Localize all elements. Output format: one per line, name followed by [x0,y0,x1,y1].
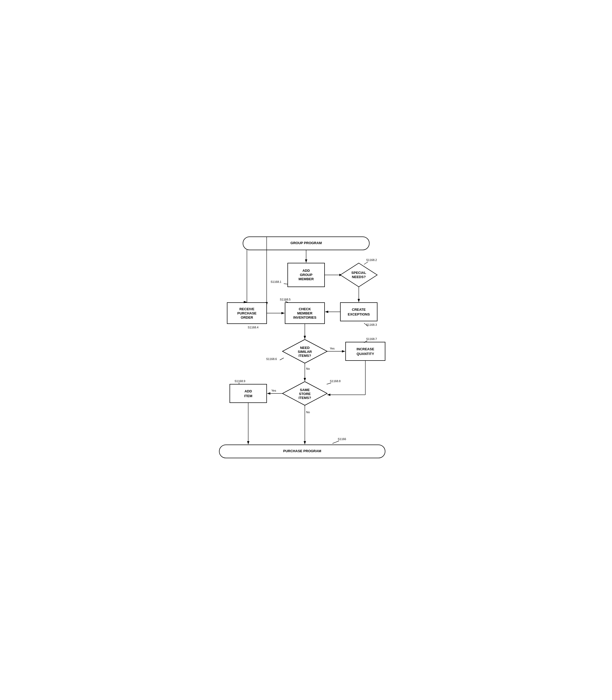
cmi-label1: CHECK [298,307,311,311]
s1168-4-label: S1168.4 [248,326,259,329]
nsi-label1: NEED [300,346,309,350]
flowchart-diagram: GROUP PROGRAM ADD GROUP MEMBER SPECIAL N… [204,232,409,468]
s1168-6-label: S1168.6 [266,357,277,360]
increase-quantity-node [346,342,385,360]
s1168-8-label: S1168.8 [330,380,340,383]
group-program-label: GROUP PROGRAM [290,241,322,245]
cmi-label3: INVENTORIES [293,316,316,319]
yes-label-similar: Yes [330,347,335,350]
svg-line-13 [280,358,284,360]
special-needs-label2: NEEDS? [352,275,366,279]
cmi-label2: MEMBER [297,311,312,315]
add-group-member-label: ADD [302,269,309,273]
s1168-3-label: S1168.3 [366,323,377,326]
ai-label2: ITEM [244,394,252,398]
purchase-program-label: PURCHASE PROGRAM [283,449,321,453]
s1168-5-label: S1168.5 [280,298,291,301]
create-exceptions-label2: EXCEPTIONS [348,312,370,316]
nsi-label3: ITEMS? [298,354,311,358]
s1168-9-label: S1168.9 [235,380,245,383]
ssi-label1: SAME [300,388,310,392]
s1168-7-label: S1168.7 [366,337,377,341]
no-label-same: No [306,411,310,414]
s1168-1-label: S1168.1 [270,280,281,283]
receive-po-label1: RECEIVE [239,307,254,311]
ssi-label3: ITEMS? [298,396,311,400]
svg-line-19 [327,383,331,384]
receive-po-label2: PURCHASE [237,311,256,315]
svg-line-4 [284,284,288,284]
iq-label1: INCREASE [357,347,374,351]
svg-line-3 [364,262,368,264]
s1166-label: S1166 [338,437,346,441]
ai-label1: ADD [244,389,252,393]
yes-label-same: Yes [272,389,276,392]
create-exceptions-label1: CREATE [352,307,366,312]
nsi-label2: SIMILAR [298,350,312,354]
create-exceptions-node [340,303,377,321]
s1168-2-label: S1168.2 [366,258,377,261]
add-group-member-label3: MEMBER [298,277,314,281]
add-item-node [230,384,267,403]
receive-po-label3: ORDER [240,316,253,319]
no-label-similar: No [306,367,310,370]
iq-label2: QUANTITY [357,352,374,356]
add-group-member-label2: GROUP [300,273,312,277]
special-needs-label1: SPECIAL [351,271,366,275]
ssi-label2: STORE [299,392,310,396]
svg-line-24 [332,441,339,443]
